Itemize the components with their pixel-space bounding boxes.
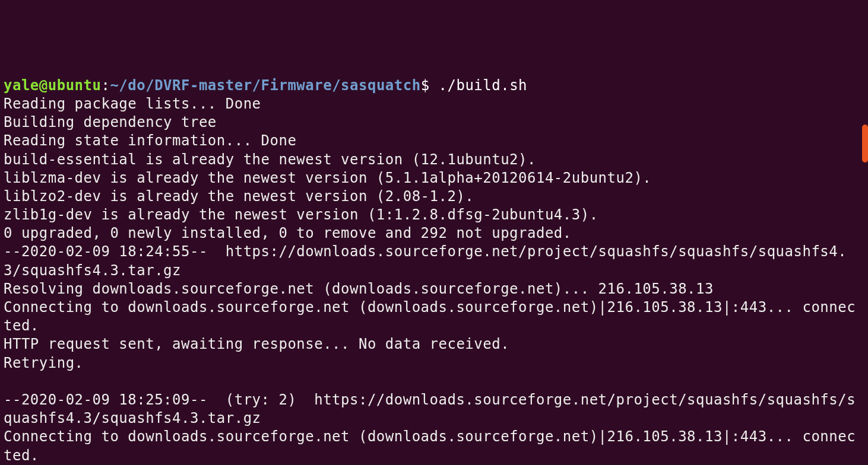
command-input: ./build.sh xyxy=(430,77,527,94)
prompt-colon: : xyxy=(101,77,110,94)
output-line: Connecting to downloads.sourceforge.net … xyxy=(4,299,856,334)
prompt-user: yale@ubuntu xyxy=(4,77,101,94)
output-line: Building dependency tree xyxy=(4,114,217,130)
output-line: Connecting to downloads.sourceforge.net … xyxy=(4,428,856,463)
prompt-path: ~/do/DVRF-master/Firmware/sasquatch xyxy=(110,77,420,94)
output-line: liblzma-dev is already the newest versio… xyxy=(4,170,651,186)
output-line: liblzo2-dev is already the newest versio… xyxy=(4,188,474,205)
output-line: Reading state information... Done xyxy=(4,132,296,149)
output-line: HTTP request sent, awaiting response... … xyxy=(4,336,509,352)
output-line: Retrying. xyxy=(4,355,84,371)
output-line: build-essential is already the newest ve… xyxy=(4,151,536,168)
prompt-dollar: $ xyxy=(421,77,430,94)
output-line: Resolving downloads.sourceforge.net (dow… xyxy=(4,281,714,297)
output-line: --2020-02-09 18:24:55-- https://download… xyxy=(4,243,847,278)
scrollbar-thumb[interactable] xyxy=(862,125,868,163)
output-line: zlib1g-dev is already the newest version… xyxy=(4,206,598,223)
output-line: --2020-02-09 18:25:09-- (try: 2) https:/… xyxy=(4,391,856,426)
output-line: 0 upgraded, 0 newly installed, 0 to remo… xyxy=(4,225,572,241)
output-line: Reading package lists... Done xyxy=(4,95,261,112)
terminal-window[interactable]: yale@ubuntu:~/do/DVRF-master/Firmware/sa… xyxy=(4,77,864,465)
